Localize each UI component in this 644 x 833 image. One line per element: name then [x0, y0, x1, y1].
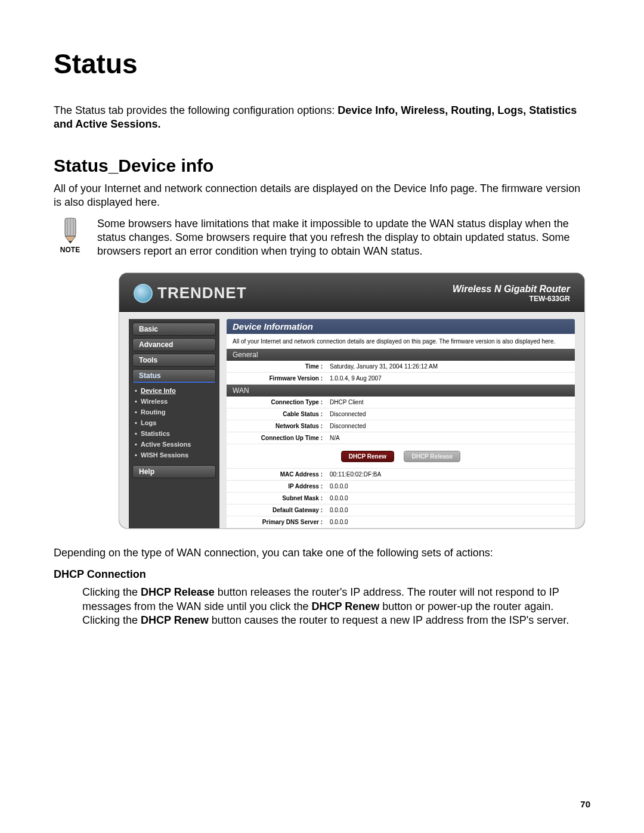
label-firmware: Firmware Version : [227, 373, 326, 384]
row-gateway: Default Gateway : 0.0.0.0 [227, 504, 575, 516]
router-screenshot: TRENDNET Wireless N Gigabit Router TEW-6… [119, 273, 584, 528]
label-connection-type: Connection Type : [227, 397, 326, 408]
sidebar-subitem-wireless[interactable]: Wireless [132, 396, 216, 407]
dhcp-body-4: button causes the router to request a ne… [209, 614, 569, 626]
dhcp-renew-button[interactable]: DHCP Renew [341, 451, 394, 462]
sidebar-subitem-device-info[interactable]: Device Info [132, 385, 216, 396]
sidebar-subitem-logs[interactable]: Logs [132, 417, 216, 428]
sidebar-subitem-wish-sessions[interactable]: WISH Sessions [132, 450, 216, 460]
value-mac: 00:11:E0:02:DF:BA [326, 469, 575, 480]
row-time: Time : Saturday, January 31, 2004 11:26:… [227, 361, 575, 373]
label-mac: MAC Address : [227, 469, 326, 480]
after-screenshot-text: Depending on the type of WAN connection,… [54, 546, 590, 560]
brand-text: TRENDNET [157, 284, 247, 302]
label-dns: Primary DNS Server : [227, 516, 326, 528]
sidebar-item-advanced[interactable]: Advanced [132, 338, 216, 351]
value-uptime: N/A [326, 432, 575, 444]
row-ip: IP Address : 0.0.0.0 [227, 481, 575, 493]
value-gateway: 0.0.0.0 [326, 504, 575, 516]
sidebar: Basic Advanced Tools Status Device Info … [129, 319, 219, 528]
sidebar-subitem-routing[interactable]: Routing [132, 407, 216, 417]
dhcp-body-1: Clicking the [82, 586, 141, 598]
note-block: NOTE Some browsers have limitations that… [54, 217, 590, 259]
brand-logo-icon [134, 284, 153, 303]
label-ip: IP Address : [227, 481, 326, 492]
sidebar-item-basic[interactable]: Basic [132, 323, 216, 336]
value-cable-status: Disconnected [326, 408, 575, 420]
page-number: 70 [580, 799, 590, 809]
dhcp-body-b3: DHCP Renew [141, 614, 209, 626]
row-network-status: Network Status : Disconnected [227, 420, 575, 432]
note-text: Some browsers have limitations that make… [97, 217, 590, 259]
value-time: Saturday, January 31, 2004 11:26:12 AM [326, 361, 575, 372]
pencil-icon [58, 217, 82, 244]
sidebar-item-status[interactable]: Status [132, 369, 216, 383]
sidebar-subitem-statistics[interactable]: Statistics [132, 428, 216, 439]
value-connection-type: DHCP Client [326, 397, 575, 408]
row-firmware: Firmware Version : 1.0.0.4, 9 Aug 2007 [227, 373, 575, 385]
sidebar-subitem-active-sessions[interactable]: Active Sessions [132, 439, 216, 450]
section-intro: All of your Internet and network connect… [54, 182, 590, 210]
label-network-status: Network Status : [227, 420, 326, 432]
value-ip: 0.0.0.0 [326, 481, 575, 492]
content-panel: Device Information All of your Internet … [227, 319, 575, 528]
manual-page: Status The Status tab provides the follo… [0, 0, 644, 833]
note-label: NOTE [54, 246, 86, 254]
dhcp-release-button[interactable]: DHCP Release [404, 451, 460, 462]
section-heading: Status_Device info [54, 156, 590, 176]
panel-title: Device Information [227, 319, 575, 334]
dhcp-connection-body: Clicking the DHCP Release button release… [82, 586, 590, 627]
value-firmware: 1.0.0.4, 9 Aug 2007 [326, 373, 575, 384]
intro-text: The Status tab provides the following co… [54, 104, 338, 116]
page-title: Status [54, 48, 590, 80]
router-body: Basic Advanced Tools Status Device Info … [119, 312, 584, 528]
router-title-main: Wireless N Gigabit Router [453, 284, 570, 295]
row-mac: MAC Address : 00:11:E0:02:DF:BA [227, 469, 575, 481]
sidebar-item-help[interactable]: Help [132, 465, 216, 478]
section-wan-heading: WAN [227, 385, 575, 397]
panel-description: All of your Internet and network connect… [227, 334, 575, 349]
note-icon: NOTE [54, 217, 86, 254]
dhcp-body-b2: DHCP Renew [311, 600, 379, 612]
dhcp-connection-heading: DHCP Connection [54, 568, 590, 581]
label-subnet: Subnet Mask : [227, 493, 326, 504]
label-time: Time : [227, 361, 326, 372]
value-dns: 0.0.0.0 [326, 516, 575, 528]
router-title-model: TEW-633GR [453, 295, 570, 303]
label-gateway: Default Gateway : [227, 504, 326, 516]
router-header: TRENDNET Wireless N Gigabit Router TEW-6… [119, 273, 584, 312]
brand: TRENDNET [134, 284, 247, 303]
dhcp-body-b1: DHCP Release [141, 586, 215, 598]
row-uptime: Connection Up Time : N/A [227, 432, 575, 444]
row-subnet: Subnet Mask : 0.0.0.0 [227, 493, 575, 504]
label-cable-status: Cable Status : [227, 408, 326, 420]
sidebar-item-tools[interactable]: Tools [132, 354, 216, 367]
row-cable-status: Cable Status : Disconnected [227, 408, 575, 420]
value-subnet: 0.0.0.0 [326, 493, 575, 504]
intro-paragraph: The Status tab provides the following co… [54, 104, 590, 132]
row-connection-type: Connection Type : DHCP Client [227, 397, 575, 408]
router-product-title: Wireless N Gigabit Router TEW-633GR [453, 284, 570, 303]
row-dns: Primary DNS Server : 0.0.0.0 [227, 516, 575, 528]
label-uptime: Connection Up Time : [227, 432, 326, 444]
value-network-status: Disconnected [326, 420, 575, 432]
wan-button-row: DHCP Renew DHCP Release [227, 444, 575, 469]
section-general-heading: General [227, 349, 575, 361]
